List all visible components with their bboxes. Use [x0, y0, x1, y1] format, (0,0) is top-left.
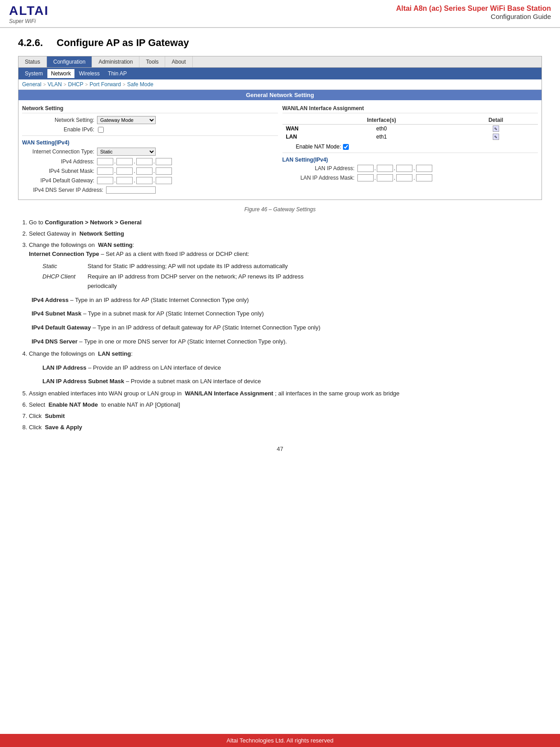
lan-ip-oct3[interactable]: 98 [396, 165, 412, 172]
para-lan-ip-text: – Provide an IP address on LAN interface… [88, 364, 221, 371]
main-content: 4.2.6. Configure AP as IP Gateway Status… [0, 28, 560, 488]
breadcrumb-nav: General > VLAN > DHCP > Port Forward > S… [19, 79, 541, 90]
lan-label: LAN [282, 133, 310, 141]
col-empty [282, 116, 310, 125]
internet-conn-label: Internet Connection Type: [22, 148, 94, 155]
step1: Go to Configuration > Network > General [29, 218, 542, 227]
step1-prefix: Go to [29, 219, 43, 226]
ipv4-dns-input[interactable]: 10.6.127.4 [106, 186, 156, 194]
breadcrumb-vlan[interactable]: VLAN [48, 81, 62, 88]
lan-mask-oct1[interactable]: 255 [357, 174, 374, 181]
tab-about[interactable]: About [165, 56, 192, 67]
internet-conn-select[interactable]: Static [97, 148, 156, 156]
nat-mode-label: Enable NAT Mode: [296, 144, 341, 150]
sep3: > [85, 82, 88, 87]
ipv4-mask-oct1[interactable]: 255 [97, 167, 113, 175]
ui-panel: Status Configuration Administration Tool… [18, 56, 542, 200]
lan-ip-oct4[interactable]: 1 [416, 165, 432, 172]
step7: Click Submit [29, 412, 542, 421]
wan-setting-header: WAN Setting(IPv4) [22, 139, 278, 146]
breadcrumb-general[interactable]: General [22, 81, 42, 88]
lan-mask-label: LAN IP Address Mask: [282, 175, 355, 181]
nat-mode-checkbox[interactable] [343, 144, 349, 150]
step5-suffix: ; all interfaces in the same group work … [275, 390, 399, 397]
ipv4-gw-label: IPv4 Default Gateway: [22, 177, 94, 184]
ipv4-mask-oct3[interactable]: 255 [136, 167, 153, 175]
ipv4-addr-oct3[interactable]: 122 [136, 158, 153, 165]
internet-conn-desc: – Set AP as a client with fixed IP addre… [101, 251, 249, 257]
panel-title: General Network Setting [19, 90, 541, 100]
ipv4-addr-label: IPv4 Address: [22, 158, 94, 165]
step6-prefix: Select [29, 401, 45, 408]
breadcrumb-dhcp[interactable]: DHCP [68, 81, 83, 88]
subnav-thin-ap[interactable]: Thin AP [104, 69, 130, 78]
footer-text: Altai Technologies Ltd. All rights reser… [227, 737, 333, 744]
step5-bold: WAN/LAN Interface Assignment [185, 390, 273, 397]
step8-bold: Save & Apply [45, 424, 82, 431]
ipv4-dns-row: IPv4 DNS Server IP Address: 10.6.127.4 [22, 186, 278, 194]
ipv4-gw-oct1[interactable]: 10 [97, 177, 113, 184]
para-ipv4-gw-bold: IPv4 Default Gateway [32, 324, 91, 331]
logo-super: Super WiFi [9, 18, 36, 24]
tab-tools[interactable]: Tools [139, 56, 165, 67]
ipv4-gw-oct2[interactable]: 6 [116, 177, 133, 184]
ipv4-dns-label: IPv4 DNS Server IP Address: [22, 187, 103, 193]
ipv4-addr-group: 10 . 6 . 122 . 101 [97, 158, 172, 165]
lan-setting-header: LAN Setting(IPv4) [282, 157, 538, 163]
def-desc-static: Stand for Static IP addressing; AP will … [88, 261, 304, 271]
instructions-list-2: Change the followings on LAN setting: LA… [29, 349, 542, 432]
para-lan-ip-bold: LAN IP Address [42, 364, 87, 371]
subnav-wireless[interactable]: Wireless [75, 69, 103, 78]
lan-interface: eth1 [310, 133, 454, 141]
col-detail: Detail [454, 116, 538, 125]
lan-mask-oct2[interactable]: 255 [377, 174, 393, 181]
internet-conn-type-row: Internet Connection Type: Static [22, 148, 278, 156]
ipv4-mask-oct4[interactable]: 0 [156, 167, 172, 175]
step8: Click Save & Apply [29, 423, 542, 432]
ipv4-gw-oct4[interactable]: 1 [156, 177, 172, 184]
lan-mask-row: LAN IP Address Mask: 255 . 255 . 255 . 0 [282, 174, 538, 181]
network-setting-row: Network Setting: Gateway Mode [22, 116, 278, 124]
wan-label: WAN [282, 125, 310, 133]
wan-edit-icon[interactable]: ✎ [493, 125, 499, 132]
ipv4-addr-oct2[interactable]: 6 [116, 158, 133, 165]
ipv4-mask-group: 255 . 255 . 255 . 0 [97, 167, 172, 175]
ipv4-mask-oct2[interactable]: 255 [116, 167, 133, 175]
ipv4-addr-oct4[interactable]: 101 [156, 158, 172, 165]
ipv4-gw-oct3[interactable]: 122 [136, 177, 153, 184]
section-title: 4.2.6. Configure AP as IP Gateway [18, 37, 542, 49]
page-header: ALTAI Super WiFi Altai A8n (ac) Series S… [0, 0, 560, 28]
tab-status[interactable]: Status [19, 56, 47, 67]
lan-ip-oct2[interactable]: 168 [377, 165, 393, 172]
para-ipv4-mask: IPv4 Subnet Mask – Type in a subnet mask… [32, 309, 542, 319]
left-column: Network Setting Network Setting: Gateway… [22, 104, 278, 196]
para-ipv4-dns: IPv4 DNS Server – Type in one or more DN… [32, 337, 542, 347]
subnav-network[interactable]: Network [47, 69, 74, 78]
lan-edit-icon[interactable]: ✎ [493, 134, 499, 140]
divider-wan [22, 135, 278, 136]
breadcrumb-safe-mode[interactable]: Safe Mode [127, 81, 153, 88]
network-setting-select[interactable]: Gateway Mode [97, 116, 156, 124]
panel-body: Network Setting Network Setting: Gateway… [19, 100, 541, 200]
logo-text: ALTAI [9, 4, 49, 18]
lan-mask-oct3[interactable]: 255 [396, 174, 412, 181]
breadcrumb-port-forward[interactable]: Port Forward [90, 81, 121, 88]
tab-administration[interactable]: Administration [92, 56, 139, 67]
lan-ip-oct1[interactable]: 192 [357, 165, 374, 172]
subnav-system[interactable]: System [21, 69, 46, 78]
wan-interface: eth0 [310, 125, 454, 133]
lan-mask-group: 255 . 255 . 255 . 0 [357, 174, 432, 181]
step6: Select Enable NAT Mode to enable NAT in … [29, 400, 542, 410]
step3-bold: WAN setting [98, 241, 133, 248]
lan-ip-label: LAN IP Address: [282, 165, 355, 172]
lan-mask-oct4[interactable]: 0 [416, 174, 432, 181]
para-lan-mask-text: – Provide a subnet mask on LAN interface… [126, 378, 261, 385]
table-row: WAN eth0 ✎ [282, 125, 538, 133]
ipv4-addr-oct1[interactable]: 10 [97, 158, 113, 165]
tab-configuration[interactable]: Configuration [47, 56, 92, 67]
enable-ipv6-checkbox[interactable] [98, 127, 104, 133]
step2-bold: Network Setting [79, 230, 124, 237]
para-ipv4-dns-bold: IPv4 DNS Server [32, 338, 78, 345]
step8-prefix: Click [29, 424, 42, 431]
section-heading: Configure AP as IP Gateway [57, 37, 189, 48]
